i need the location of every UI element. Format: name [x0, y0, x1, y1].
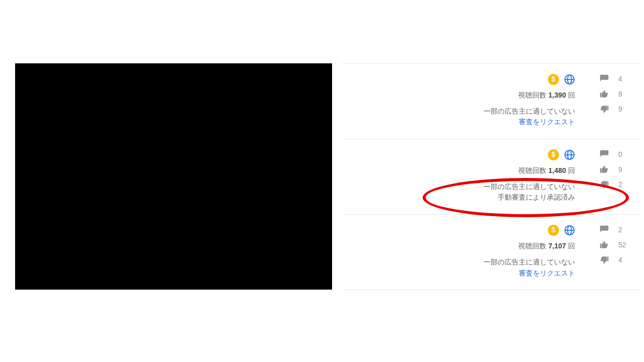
comments-count: 4 [618, 75, 630, 83]
comment-icon [599, 225, 609, 235]
views-label: 視聴回数 [518, 166, 546, 174]
video-row: $ 視聴回数 1,390 回 一部の広告主に適していない 審査をリクエスト [342, 64, 641, 139]
views-count: 1,480 [548, 166, 566, 174]
globe-icon[interactable] [564, 149, 575, 160]
video-row: $ 視聴回数 7,107 回 一部の広告主に適していない 審査をリクエスト [342, 215, 641, 290]
not-suitable-text: 一部の広告主に適していない [444, 182, 575, 193]
video-row: $ 視聴回数 1,480 回 一部の広告主に適していない 手動審査により承認済み [342, 139, 641, 215]
dislikes-count: 2 [618, 180, 630, 189]
thumbs-down-icon [599, 179, 609, 190]
likes-count: 9 [618, 165, 630, 173]
monetization-limited-icon[interactable]: $ [548, 74, 559, 85]
dislikes-count: 9 [618, 105, 630, 113]
not-suitable-text: 一部の広告主に適していない [444, 257, 575, 268]
views-suffix: 回 [568, 242, 575, 250]
thumbs-up-icon [599, 240, 609, 250]
thumbs-up-icon [599, 89, 609, 99]
dislikes-count: 4 [618, 256, 630, 264]
comments-count: 2 [618, 226, 630, 234]
likes-count: 52 [618, 241, 630, 249]
comment-icon [599, 149, 609, 159]
thumbs-down-icon [599, 104, 609, 114]
monetization-limited-icon[interactable]: $ [548, 149, 559, 160]
comment-icon [599, 74, 609, 84]
video-preview [15, 63, 332, 290]
views-count: 7,107 [548, 242, 566, 250]
views-label: 視聴回数 [518, 242, 546, 250]
views-label: 視聴回数 [518, 91, 546, 99]
views-suffix: 回 [568, 166, 575, 174]
request-review-link[interactable]: 審査をリクエスト [519, 118, 575, 126]
comments-count: 0 [618, 150, 630, 158]
monetization-limited-icon[interactable]: $ [548, 225, 559, 236]
request-review-link[interactable]: 審査をリクエスト [519, 269, 575, 277]
not-suitable-text: 一部の広告主に適していない [444, 106, 575, 117]
views-suffix: 回 [568, 91, 575, 99]
likes-count: 8 [618, 90, 630, 98]
views-count: 1,390 [548, 91, 566, 99]
globe-icon[interactable] [564, 225, 575, 236]
video-list-panel: $ 視聴回数 1,390 回 一部の広告主に適していない 審査をリクエスト [342, 63, 641, 290]
globe-icon[interactable] [564, 74, 575, 85]
thumbs-down-icon [599, 255, 609, 265]
thumbs-up-icon [599, 164, 609, 174]
approved-manual-text: 手動審査により承認済み [444, 192, 575, 203]
